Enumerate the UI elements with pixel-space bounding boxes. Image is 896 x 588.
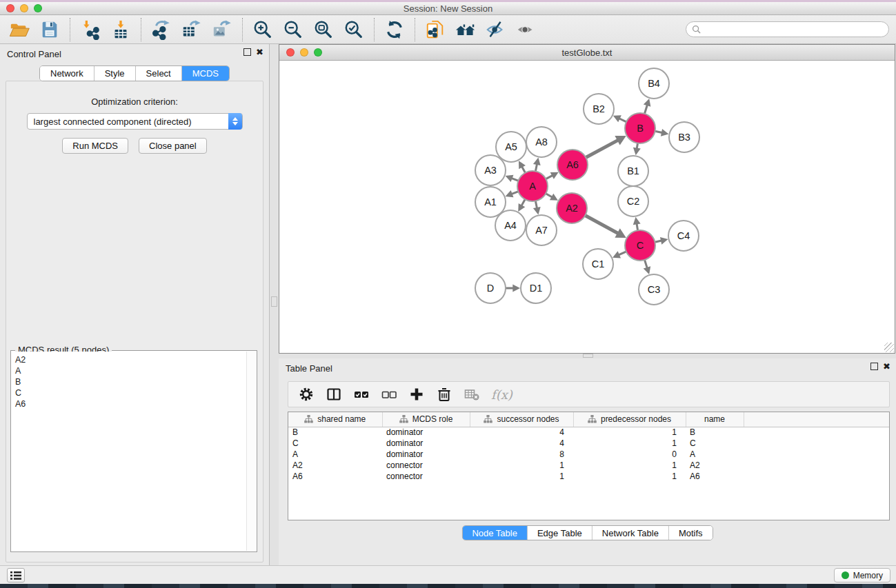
horizontal-splitter-thumb[interactable]	[583, 354, 593, 358]
cell[interactable]: 1	[573, 460, 686, 471]
apply-layout-button[interactable]	[379, 18, 410, 41]
graph-node-A[interactable]: A	[517, 171, 548, 201]
cell[interactable]: 4	[470, 427, 573, 438]
cell[interactable]: B	[686, 427, 744, 438]
graph-node-C1[interactable]: C1	[583, 249, 613, 279]
search-input[interactable]	[704, 25, 888, 34]
graph-node-B4[interactable]: B4	[639, 68, 669, 99]
tab-style[interactable]: Style	[94, 66, 136, 81]
graph-node-A3[interactable]: A3	[475, 155, 506, 185]
table-options-button[interactable]	[294, 385, 319, 404]
zoom-in-button[interactable]	[248, 18, 278, 41]
import-network-button[interactable]	[75, 18, 106, 41]
column-header-predecessor-nodes[interactable]: predecessor nodes	[573, 412, 686, 427]
select-all-button[interactable]	[349, 385, 374, 404]
float-panel-icon[interactable]	[243, 48, 251, 56]
graph-node-C3[interactable]: C3	[639, 274, 669, 305]
optimization-criterion-dropdown[interactable]: largest connected component (directed)	[27, 113, 243, 130]
zoom-out-button[interactable]	[278, 18, 308, 41]
graph-edge-A-A5[interactable]	[519, 161, 526, 172]
graph-node-C[interactable]: C	[625, 230, 655, 261]
cell[interactable]: connector	[382, 460, 470, 471]
cell[interactable]: 1	[573, 471, 686, 482]
search-field[interactable]	[686, 21, 889, 37]
mcds-result-item[interactable]: A6	[15, 398, 246, 409]
show-details-button[interactable]	[511, 18, 541, 41]
zoom-fit-button[interactable]	[308, 18, 339, 41]
table-row[interactable]: Cdominator41C	[288, 438, 889, 449]
export-image-button[interactable]	[207, 18, 237, 41]
table-row[interactable]: Bdominator41B	[288, 427, 889, 438]
table-row[interactable]: A6connector11A6	[288, 471, 889, 482]
graph-edge-A-A4[interactable]	[518, 200, 525, 212]
graph-node-A6[interactable]: A6	[557, 150, 588, 180]
add-column-button[interactable]	[404, 385, 429, 404]
hide-details-button[interactable]	[481, 18, 511, 41]
graph-edge-B-B4[interactable]	[644, 99, 651, 113]
graph-node-B3[interactable]: B3	[669, 122, 699, 152]
mcds-result-item[interactable]: B	[15, 376, 246, 387]
column-header-successor-nodes[interactable]: successor nodes	[470, 412, 573, 427]
tab-select[interactable]: Select	[136, 66, 182, 81]
memory-button[interactable]: Memory	[834, 568, 890, 582]
float-table-panel-icon[interactable]	[870, 363, 878, 370]
mcds-result-item[interactable]: A	[15, 365, 246, 376]
column-header-shared-name[interactable]: shared name	[288, 412, 382, 427]
graph-node-B[interactable]: B	[625, 113, 655, 143]
show-panels-button[interactable]	[7, 568, 25, 582]
tab-edge-table[interactable]: Edge Table	[528, 526, 593, 540]
cell[interactable]: 8	[470, 449, 573, 460]
cell[interactable]: 0	[573, 449, 686, 460]
show-home-button[interactable]	[450, 18, 481, 41]
clone-network-button[interactable]	[420, 18, 450, 41]
cell[interactable]: 1	[470, 471, 573, 482]
cell[interactable]: B	[288, 427, 382, 438]
export-network-button[interactable]	[146, 18, 177, 41]
deselect-all-button[interactable]	[377, 385, 401, 404]
graph-edge-B-B3[interactable]	[656, 129, 669, 136]
graph-node-B2[interactable]: B2	[584, 94, 614, 124]
open-session-button[interactable]	[4, 18, 34, 41]
graph-node-A2[interactable]: A2	[557, 193, 587, 223]
tab-network-table[interactable]: Network Table	[593, 526, 669, 540]
column-header-MCDS-role[interactable]: MCDS role	[382, 412, 470, 427]
graph-edge-C-C1[interactable]	[613, 251, 626, 258]
window-resize-grip[interactable]	[884, 343, 894, 352]
network-window-titlebar[interactable]: testGlobe.txt	[279, 45, 895, 61]
graph-node-D1[interactable]: D1	[521, 273, 551, 303]
graph-edge-D-D1[interactable]	[506, 285, 520, 292]
graph-edge-A-A6[interactable]	[546, 172, 558, 179]
graph-edge-A2-C[interactable]	[586, 216, 626, 238]
column-header-name[interactable]: name	[686, 412, 744, 427]
import-table-button[interactable]	[106, 18, 136, 41]
result-scrollbar[interactable]	[246, 352, 256, 551]
graph-edge-A6-B[interactable]	[586, 136, 626, 157]
close-panel-icon[interactable]: ✖	[256, 48, 263, 56]
cell[interactable]: dominator	[382, 449, 470, 460]
mcds-result-item[interactable]: C	[15, 387, 246, 398]
graph-node-A8[interactable]: A8	[526, 127, 557, 157]
cell[interactable]: 1	[470, 460, 573, 471]
cell[interactable]: 4	[470, 438, 573, 449]
graph-edge-A-A2[interactable]	[546, 194, 558, 201]
graph-node-A1[interactable]: A1	[475, 187, 506, 217]
graph-edge-A-A7[interactable]	[533, 202, 541, 215]
cell[interactable]: A	[686, 449, 744, 460]
graph-edge-B-B2[interactable]	[613, 115, 626, 122]
cell[interactable]: A	[288, 449, 382, 460]
run-mcds-button[interactable]: Run MCDS	[62, 138, 128, 154]
export-table-button[interactable]	[177, 18, 207, 41]
cell[interactable]: connector	[382, 471, 470, 482]
cell[interactable]: C	[686, 438, 744, 449]
graph-edge-B-B1[interactable]	[633, 144, 641, 156]
cell[interactable]: 1	[573, 438, 686, 449]
cell[interactable]: dominator	[382, 427, 470, 438]
graph-edge-A-A1[interactable]	[506, 190, 518, 197]
show-columns-button[interactable]	[321, 385, 346, 404]
graph-edge-A-A8[interactable]	[533, 158, 541, 171]
graph-edge-C-C2[interactable]	[633, 217, 641, 230]
tab-node-table[interactable]: Node Table	[462, 526, 528, 540]
tab-network[interactable]: Network	[40, 66, 94, 81]
tab-motifs[interactable]: Motifs	[669, 526, 713, 540]
close-table-panel-icon[interactable]: ✖	[883, 363, 890, 370]
